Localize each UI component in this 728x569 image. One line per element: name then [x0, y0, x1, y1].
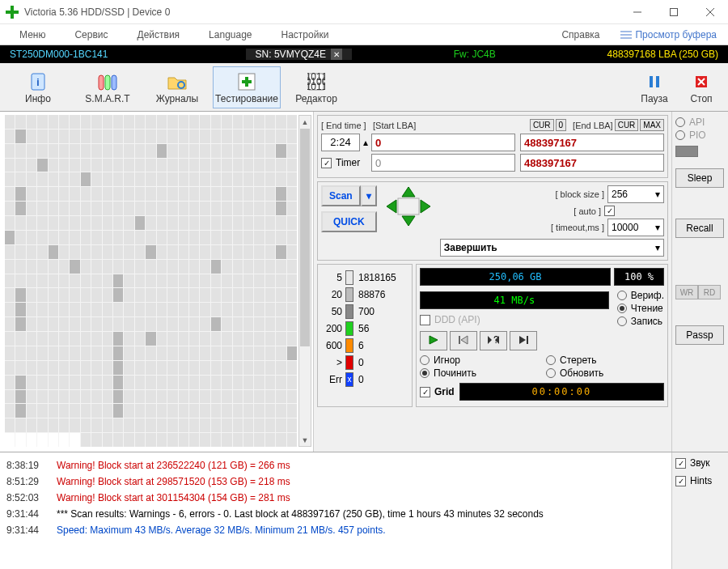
quick-button[interactable]: QUICK [321, 211, 377, 232]
legend-err-count: 0 [358, 374, 364, 385]
timer-checkbox[interactable]: ✓Timer [321, 157, 371, 168]
maximize-button[interactable] [655, 0, 692, 24]
passp-button[interactable]: Passp [675, 325, 724, 345]
map-cell [146, 376, 155, 389]
buffer-view-link[interactable]: Просмотр буфера [614, 27, 723, 43]
write-radio[interactable]: Запись [617, 316, 664, 327]
start-zero-button[interactable]: 0 [556, 119, 567, 131]
map-cell [59, 376, 69, 389]
scan-dropdown-button[interactable]: ▾ [361, 185, 377, 206]
nav-pad[interactable] [382, 185, 435, 227]
map-cell [135, 288, 145, 302]
spinner-icon[interactable]: ▴ [360, 137, 371, 148]
menu-language[interactable]: Language [194, 27, 266, 43]
map-cell [200, 376, 210, 389]
tab-info[interactable]: i Инфо [4, 66, 72, 108]
ddd-checkbox[interactable]: DDD (API) [420, 314, 609, 325]
map-cell [91, 187, 101, 201]
fix-radio[interactable]: Починить [420, 367, 538, 379]
tab-testing[interactable]: Тестирование [213, 66, 281, 108]
menu-actions[interactable]: Действия [123, 27, 195, 43]
map-cell [179, 390, 188, 404]
map-cell [222, 187, 231, 201]
map-cell [124, 376, 133, 389]
map-cell [27, 390, 36, 404]
hints-checkbox[interactable]: ✓Hints [675, 475, 725, 486]
scan-button[interactable]: Scan [321, 185, 361, 206]
map-cell [222, 159, 231, 172]
map-cell [103, 404, 112, 418]
start-lba2-input[interactable] [371, 154, 515, 172]
map-cell [37, 288, 47, 302]
pause-button[interactable]: Пауза [632, 66, 677, 108]
scrollbar-thumb[interactable] [300, 129, 310, 346]
map-cell [200, 361, 210, 375]
map-cell [27, 418, 36, 432]
map-cell [113, 115, 123, 129]
map-cell [276, 260, 286, 274]
menu-menu[interactable]: Меню [5, 27, 60, 43]
grid-checkbox[interactable]: ✓Grid [420, 386, 455, 397]
ignore-radio[interactable]: Игнор [420, 355, 538, 366]
map-cell [179, 361, 188, 375]
minimize-button[interactable] [619, 0, 655, 24]
serial-close-icon[interactable]: ✕ [331, 49, 342, 60]
menu-help[interactable]: Справка [547, 27, 614, 43]
auto-checkbox[interactable]: ✓ [604, 206, 619, 216]
end-max-button[interactable]: MAX [640, 119, 664, 131]
block-size-select[interactable]: 256▾ [607, 185, 664, 203]
map-cell [59, 390, 69, 404]
map-cell [265, 404, 275, 418]
sound-checkbox[interactable]: ✓Звук [675, 457, 725, 469]
map-cell [222, 288, 231, 302]
map-cell [5, 376, 15, 389]
pio-radio[interactable]: PIO [675, 130, 725, 141]
map-cell [15, 172, 25, 186]
verify-radio[interactable]: Вериф. [617, 290, 664, 301]
start-lba-input[interactable] [371, 134, 515, 151]
tab-smart[interactable]: S.M.A.R.T [74, 66, 142, 108]
map-cell [222, 346, 231, 360]
map-cell [124, 418, 133, 432]
map-cell [70, 187, 79, 201]
end-lba2-input[interactable] [520, 154, 664, 172]
api-radio[interactable]: API [675, 117, 725, 128]
map-scrollbar[interactable]: ▲ ▼ [298, 115, 311, 447]
map-cell [200, 260, 210, 274]
map-cell [37, 216, 47, 230]
map-cell [189, 159, 199, 172]
scroll-down-icon[interactable]: ▼ [299, 434, 311, 446]
end-cur-button[interactable]: CUR [615, 119, 639, 131]
close-button[interactable] [692, 0, 728, 24]
map-cell [233, 130, 243, 143]
map-cell [287, 418, 297, 432]
menu-service[interactable]: Сервис [60, 27, 122, 43]
end-lba-input[interactable] [520, 134, 664, 151]
action-select[interactable]: Завершить▾ [440, 239, 664, 257]
recall-button[interactable]: Recall [675, 219, 724, 238]
map-cell [265, 418, 275, 432]
legend-20-count: 88876 [358, 289, 385, 300]
erase-radio[interactable]: Стереть [546, 355, 664, 366]
map-cell [59, 202, 69, 215]
scroll-up-icon[interactable]: ▲ [299, 116, 311, 128]
step-back-button[interactable] [450, 331, 477, 350]
timeout-select[interactable]: 10000▾ [607, 219, 664, 236]
tab-editor[interactable]: 010110101001010110 Редактор [282, 66, 350, 108]
sleep-button[interactable]: Sleep [675, 168, 724, 188]
stop-button[interactable]: Стоп [679, 66, 724, 108]
map-cell [167, 303, 177, 316]
map-cell [146, 202, 155, 215]
map-cell [37, 332, 47, 346]
tab-journals[interactable]: Журналы [143, 66, 211, 108]
random-button[interactable]: ? [480, 331, 507, 350]
read-radio[interactable]: Чтение [617, 303, 664, 314]
map-cell [5, 144, 15, 158]
refresh-radio[interactable]: Обновить [546, 367, 664, 379]
map-cell [243, 130, 253, 143]
step-fwd-button[interactable] [510, 331, 537, 350]
menu-settings[interactable]: Настройки [267, 27, 344, 43]
play-button[interactable] [420, 331, 447, 350]
map-cell [200, 288, 210, 302]
start-cur-button[interactable]: CUR [530, 119, 554, 131]
